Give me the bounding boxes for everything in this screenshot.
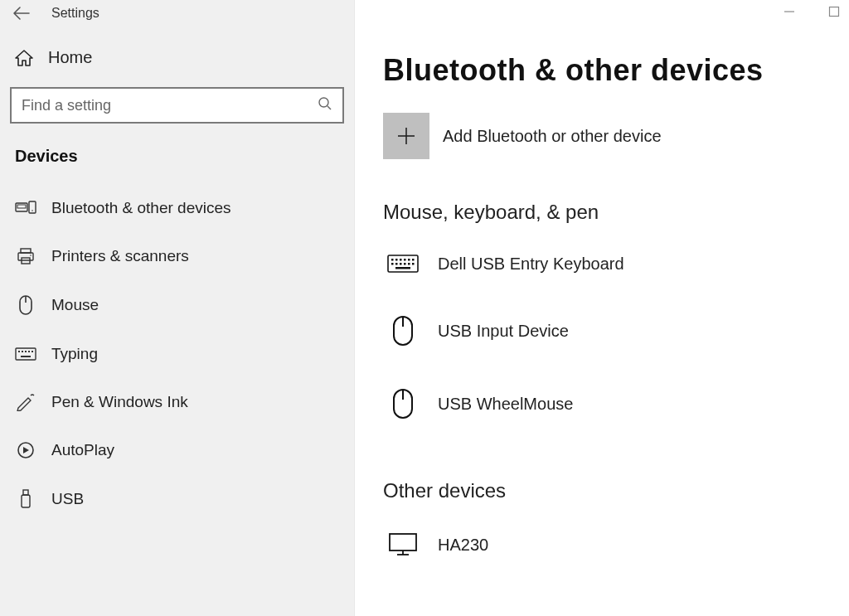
home-icon xyxy=(15,50,33,66)
back-arrow-icon xyxy=(13,7,30,20)
main-content: Bluetooth & other devices Add Bluetooth … xyxy=(355,0,849,616)
nav-item-label: Typing xyxy=(51,345,98,363)
nav-item-label: AutoPlay xyxy=(51,441,114,459)
nav-item-bluetooth[interactable]: Bluetooth & other devices xyxy=(0,184,354,232)
keyboard-icon xyxy=(15,347,36,361)
svg-rect-28 xyxy=(395,259,398,261)
svg-rect-3 xyxy=(17,205,26,208)
svg-rect-21 xyxy=(22,495,30,507)
search-input[interactable] xyxy=(22,97,318,114)
nav-item-pen[interactable]: Pen & Windows Ink xyxy=(0,378,354,426)
nav-item-usb[interactable]: USB xyxy=(0,474,354,524)
device-label: USB Input Device xyxy=(438,322,569,341)
nav-item-typing[interactable]: Typing xyxy=(0,330,354,378)
nav-item-label: Pen & Windows Ink xyxy=(51,393,188,411)
svg-rect-33 xyxy=(391,263,394,265)
device-label: USB WheelMouse xyxy=(438,395,573,414)
nav-item-autoplay[interactable]: AutoPlay xyxy=(0,426,354,474)
mkp-heading: Mouse, keyboard, & pen xyxy=(383,201,821,224)
settings-sidebar: Settings Home Devices xyxy=(0,0,355,616)
svg-line-1 xyxy=(327,106,331,109)
svg-rect-12 xyxy=(16,348,36,360)
device-item-mouse[interactable]: USB Input Device xyxy=(383,303,821,358)
add-device-button[interactable]: Add Bluetooth or other device xyxy=(383,113,821,159)
svg-rect-17 xyxy=(32,351,33,352)
bluetooth-devices-icon xyxy=(15,200,36,216)
svg-rect-31 xyxy=(408,259,410,261)
maximize-button[interactable] xyxy=(826,3,842,20)
back-button[interactable] xyxy=(13,5,30,22)
window-controls xyxy=(781,3,842,20)
svg-rect-14 xyxy=(22,351,23,352)
svg-rect-35 xyxy=(400,263,402,265)
nav-item-label: Printers & scanners xyxy=(51,247,189,265)
svg-rect-13 xyxy=(18,351,20,352)
mouse-icon xyxy=(15,295,36,315)
titlebar-title: Settings xyxy=(51,6,99,21)
device-item-keyboard[interactable]: Dell USB Entry Keyboard xyxy=(383,242,821,285)
usb-icon xyxy=(15,489,36,509)
svg-rect-38 xyxy=(412,263,415,265)
pen-icon xyxy=(15,393,36,411)
svg-rect-39 xyxy=(395,267,410,269)
svg-rect-27 xyxy=(391,259,394,261)
monitor-icon xyxy=(386,532,420,557)
section-label: Devices xyxy=(0,135,354,184)
nav-list: Bluetooth & other devices Printers & sca… xyxy=(0,184,354,524)
svg-rect-36 xyxy=(404,263,406,265)
svg-rect-16 xyxy=(28,351,30,352)
autoplay-icon xyxy=(15,441,36,459)
svg-rect-44 xyxy=(390,534,416,551)
plus-icon xyxy=(395,125,417,147)
svg-rect-6 xyxy=(21,249,31,253)
search-container xyxy=(0,79,354,135)
svg-rect-15 xyxy=(25,351,27,352)
svg-rect-18 xyxy=(21,356,31,357)
svg-rect-37 xyxy=(408,263,410,265)
svg-rect-23 xyxy=(830,7,839,17)
svg-rect-32 xyxy=(412,259,415,261)
svg-point-5 xyxy=(32,210,33,211)
device-label: Dell USB Entry Keyboard xyxy=(438,255,624,274)
add-square xyxy=(383,113,429,159)
search-icon xyxy=(318,96,332,114)
titlebar: Settings xyxy=(0,0,354,36)
search-box[interactable] xyxy=(10,87,344,124)
svg-rect-7 xyxy=(18,253,33,260)
home-label: Home xyxy=(48,48,92,67)
svg-point-0 xyxy=(319,98,328,107)
device-item-monitor[interactable]: HA230 xyxy=(383,521,821,569)
nav-item-label: Bluetooth & other devices xyxy=(51,199,231,217)
nav-item-mouse[interactable]: Mouse xyxy=(0,280,354,330)
other-heading: Other devices xyxy=(383,479,821,502)
svg-point-9 xyxy=(30,255,32,256)
page-title: Bluetooth & other devices xyxy=(383,53,821,88)
home-nav[interactable]: Home xyxy=(0,36,354,79)
svg-rect-34 xyxy=(395,263,398,265)
nav-item-label: USB xyxy=(51,490,84,508)
svg-rect-30 xyxy=(404,259,406,261)
minimize-icon xyxy=(784,6,795,17)
device-label: HA230 xyxy=(438,536,488,555)
keyboard-icon xyxy=(386,254,420,274)
nav-item-label: Mouse xyxy=(51,296,99,314)
svg-rect-4 xyxy=(29,201,36,213)
add-device-label: Add Bluetooth or other device xyxy=(443,127,662,146)
minimize-button[interactable] xyxy=(781,3,798,20)
mouse-icon xyxy=(386,315,420,347)
mouse-icon xyxy=(386,388,420,420)
svg-rect-20 xyxy=(23,490,28,495)
nav-item-printers[interactable]: Printers & scanners xyxy=(0,232,354,280)
printer-icon xyxy=(15,248,36,264)
maximize-icon xyxy=(828,6,840,17)
svg-rect-29 xyxy=(400,259,402,261)
device-item-mouse[interactable]: USB WheelMouse xyxy=(383,376,821,431)
